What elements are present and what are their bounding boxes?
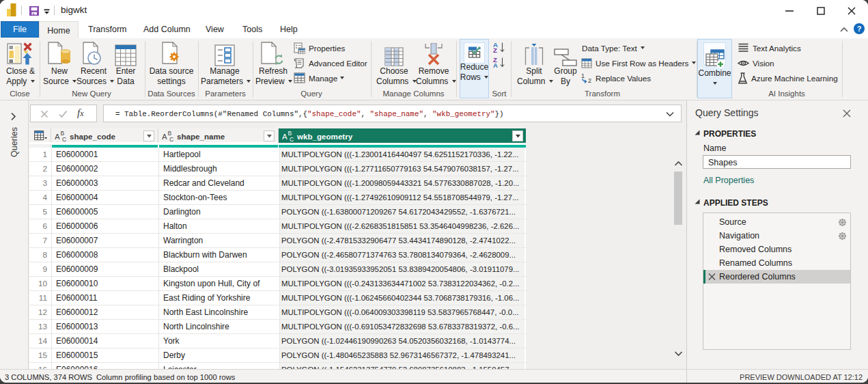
svg-text:A: A	[493, 61, 498, 68]
svg-text:?: ?	[857, 25, 862, 33]
svg-text:C: C	[169, 136, 173, 142]
svg-text:A: A	[282, 133, 288, 141]
svg-text:2: 2	[588, 77, 591, 83]
svg-text:A: A	[162, 133, 167, 141]
svg-text:A: A	[55, 133, 60, 141]
svg-text:Z: Z	[493, 46, 497, 53]
svg-text:C: C	[62, 136, 66, 142]
svg-text:C: C	[290, 136, 294, 142]
svg-text:1: 1	[581, 72, 585, 79]
